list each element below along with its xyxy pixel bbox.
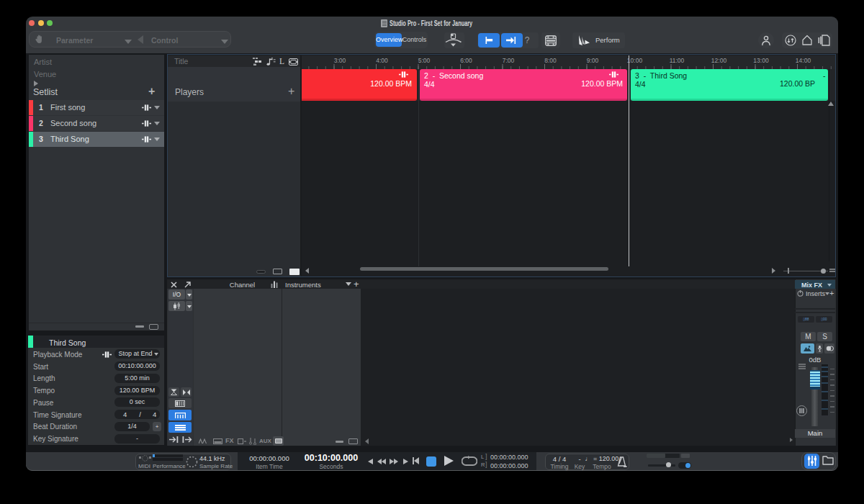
svg-text:10:00: 10:00 [627, 57, 643, 64]
svg-text:6:00: 6:00 [460, 57, 472, 64]
svg-text:4:00: 4:00 [376, 57, 388, 64]
svg-text:7:00: 7:00 [503, 57, 515, 64]
svg-text:9:00: 9:00 [587, 57, 599, 64]
svg-text:5:00: 5:00 [418, 57, 431, 64]
svg-text:8:00: 8:00 [544, 57, 557, 64]
svg-text:3:00: 3:00 [334, 57, 346, 64]
svg-text:13:00: 13:00 [753, 57, 769, 64]
svg-text:14:00: 14:00 [796, 57, 811, 64]
svg-text:12:00: 12:00 [711, 57, 727, 64]
svg-text:11:00: 11:00 [670, 57, 685, 64]
